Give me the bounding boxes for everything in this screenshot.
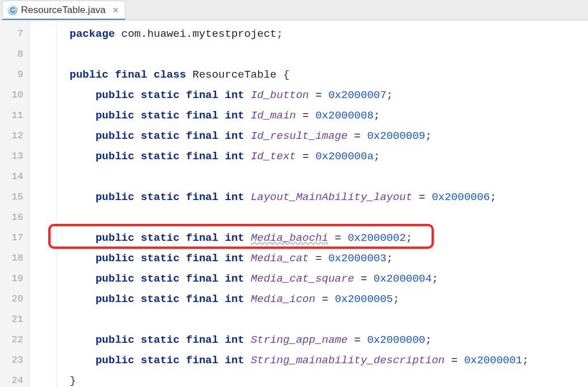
keyword-token: public [95, 109, 134, 122]
code-line[interactable]: public static final int Media_baochi = 0… [57, 228, 588, 248]
line-number-gutter: 789101112131415161718192021222324 [0, 20, 29, 387]
code-line[interactable]: package com.huawei.mytestproject; [57, 24, 588, 44]
keyword-token: final [186, 252, 218, 265]
hex-literal: 0x2000005 [335, 293, 393, 305]
keyword-token: static [141, 252, 179, 265]
line-number: 17 [0, 228, 29, 248]
punctuation: ; [406, 232, 412, 244]
keyword-token: final [186, 334, 218, 346]
hex-literal: 0x2000009 [367, 130, 425, 142]
punctuation: ; [432, 273, 438, 285]
line-number: 22 [0, 330, 29, 350]
keyword-token: int [225, 252, 244, 265]
keyword-token: int [225, 191, 244, 203]
punctuation: ; [374, 150, 380, 163]
line-number: 21 [0, 309, 29, 330]
punctuation: ; [393, 293, 399, 305]
keyword-token: public [70, 69, 108, 81]
code-editor[interactable]: 789101112131415161718192021222324 packag… [0, 20, 588, 387]
field-name: Id_button [251, 89, 309, 101]
code-line[interactable]: } [57, 371, 588, 387]
field-name: Media_cat_square [251, 273, 354, 285]
field-name: Id_text [251, 150, 296, 163]
hex-literal: 0x200000a [315, 150, 374, 163]
keyword-token: static [141, 150, 179, 163]
keyword-token: final [115, 69, 147, 81]
keyword-token: final [186, 232, 218, 244]
line-number: 18 [0, 248, 29, 269]
code-line[interactable]: public static final int String_app_name … [57, 330, 588, 350]
code-line[interactable]: public static final int Media_cat_square… [57, 269, 588, 289]
keyword-token: static [141, 232, 179, 244]
keyword-token: final [186, 273, 218, 285]
keyword-token: static [141, 191, 179, 203]
line-number: 7 [0, 24, 29, 44]
punctuation: ; [374, 109, 380, 122]
keyword-token: final [186, 89, 218, 101]
line-number: 9 [0, 65, 29, 85]
code-line[interactable] [57, 44, 588, 65]
line-number: 11 [0, 105, 29, 126]
hex-literal: 0x2000000 [367, 334, 425, 346]
punctuation: ; [387, 89, 393, 101]
keyword-token: int [225, 273, 244, 285]
field-name: Media_cat [251, 252, 309, 265]
tab-bar: C ResourceTable.java ✕ [0, 0, 588, 20]
punctuation: { [283, 69, 289, 81]
keyword-token: int [225, 109, 244, 122]
field-name: Media_baochi [251, 232, 328, 244]
keyword-token: public [95, 252, 134, 265]
keyword-token: int [225, 334, 244, 346]
line-number: 14 [0, 167, 29, 187]
keyword-token: final [186, 150, 218, 163]
line-number: 10 [0, 85, 29, 105]
close-icon[interactable]: ✕ [112, 6, 119, 15]
hex-literal: 0x2000001 [464, 354, 522, 367]
keyword-token: static [141, 109, 179, 122]
keyword-token: final [186, 293, 218, 305]
keyword-token: int [225, 354, 244, 367]
code-line[interactable]: public static final int Layout_MainAbili… [57, 187, 588, 207]
keyword-token: static [141, 89, 179, 101]
code-line[interactable]: public static final int Id_main = 0x2000… [57, 105, 588, 126]
keyword-token: public [95, 273, 134, 285]
code-line[interactable] [57, 207, 588, 228]
line-number: 19 [0, 269, 29, 289]
punctuation: ; [387, 252, 393, 265]
punctuation: ; [277, 28, 283, 40]
keyword-token: public [95, 232, 134, 244]
gutter-margin [29, 20, 57, 387]
keyword-token: final [186, 191, 218, 203]
code-line[interactable]: public static final int Id_result_image … [57, 126, 588, 146]
file-tab[interactable]: C ResourceTable.java ✕ [2, 1, 125, 20]
class-name: ResourceTable [192, 69, 283, 81]
code-line[interactable] [57, 167, 588, 187]
punctuation: ; [490, 191, 496, 203]
code-area[interactable]: package com.huawei.mytestproject; public… [57, 20, 588, 387]
keyword-token: public [95, 191, 134, 203]
tab-filename: ResourceTable.java [21, 5, 105, 16]
code-line[interactable] [57, 309, 588, 330]
code-line[interactable]: public static final int String_mainabili… [57, 350, 588, 371]
line-number: 23 [0, 350, 29, 371]
keyword-token: static [141, 334, 179, 346]
hex-literal: 0x2000008 [315, 109, 374, 122]
package-name: com.huawei.mytestproject [121, 28, 277, 40]
java-file-icon: C [7, 5, 18, 15]
keyword-token: public [95, 130, 134, 142]
keyword-token: static [141, 273, 179, 285]
keyword-token: class [154, 69, 186, 81]
code-line[interactable]: public static final int Id_text = 0x2000… [57, 146, 588, 167]
hex-literal: 0x2000007 [328, 89, 387, 101]
code-line[interactable]: public final class ResourceTable { [57, 65, 588, 85]
keyword-token: public [95, 354, 134, 367]
line-number: 8 [0, 44, 29, 65]
field-name: String_app_name [251, 334, 348, 346]
field-name: Id_main [251, 109, 296, 122]
hex-literal: 0x2000003 [328, 252, 387, 265]
code-line[interactable]: public static final int Id_button = 0x20… [57, 85, 588, 105]
code-line[interactable]: public static final int Media_cat = 0x20… [57, 248, 588, 269]
line-number: 20 [0, 289, 29, 309]
code-line[interactable]: public static final int Media_icon = 0x2… [57, 289, 588, 309]
line-number: 13 [0, 146, 29, 167]
